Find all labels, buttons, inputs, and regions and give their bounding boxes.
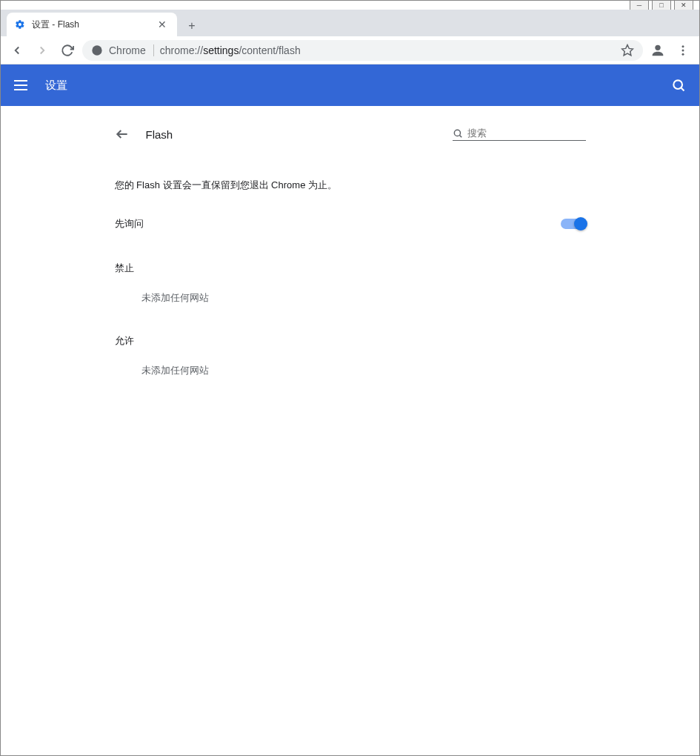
settings-title: 设置	[45, 79, 67, 93]
allow-section-label: 允许	[99, 312, 602, 354]
header-search-icon[interactable]	[671, 78, 686, 93]
site-info-icon[interactable]	[91, 44, 103, 56]
forward-button[interactable]	[32, 40, 53, 61]
svg-line-10	[459, 135, 461, 137]
page-header: Flash	[99, 121, 602, 153]
tab-strip: 设置 - Flash ✕ +	[1, 10, 699, 36]
close-window-button[interactable]: ✕	[674, 0, 693, 10]
settings-header: 设置	[1, 64, 699, 106]
search-input[interactable]	[467, 127, 586, 139]
maximize-button[interactable]: □	[652, 0, 671, 10]
ask-first-toggle[interactable]	[561, 219, 586, 229]
block-section-label: 禁止	[99, 239, 602, 281]
gear-icon	[14, 19, 26, 30]
omnibox-chrome-label: Chrome	[109, 44, 154, 56]
svg-point-3	[682, 45, 684, 47]
profile-avatar-icon[interactable]	[647, 40, 668, 61]
svg-line-7	[681, 88, 684, 91]
flash-notice: 您的 Flash 设置会一直保留到您退出 Chrome 为止。	[99, 153, 602, 208]
inline-search[interactable]	[453, 127, 586, 141]
svg-point-5	[682, 53, 684, 55]
search-icon	[453, 128, 463, 139]
svg-marker-1	[622, 44, 633, 55]
page-title: Flash	[146, 128, 173, 141]
back-arrow-icon[interactable]	[115, 127, 130, 142]
minimize-button[interactable]: ─	[630, 0, 649, 10]
address-bar[interactable]: Chrome chrome://settings/content/flash	[82, 40, 643, 61]
back-button[interactable]	[7, 40, 27, 61]
new-tab-button[interactable]: +	[181, 16, 202, 36]
bookmark-star-icon[interactable]	[621, 44, 634, 57]
close-tab-icon[interactable]: ✕	[155, 17, 170, 32]
content-area: Flash 您的 Flash 设置会一直保留到您退出 Chrome 为止。 先询…	[1, 106, 699, 755]
toggle-knob	[574, 217, 587, 231]
browser-toolbar: Chrome chrome://settings/content/flash	[1, 36, 699, 64]
window-titlebar: ─ □ ✕	[1, 1, 699, 10]
block-empty-message: 未添加任何网站	[99, 281, 602, 312]
svg-point-4	[682, 49, 684, 51]
ask-first-row: 先询问	[99, 208, 602, 239]
settings-card: Flash 您的 Flash 设置会一直保留到您退出 Chrome 为止。 先询…	[99, 106, 602, 755]
reload-button[interactable]	[57, 40, 78, 61]
hamburger-menu-icon[interactable]	[14, 76, 32, 94]
omnibox-url: chrome://settings/content/flash	[160, 44, 615, 56]
ask-first-label: 先询问	[115, 217, 144, 231]
menu-button[interactable]	[673, 40, 693, 61]
svg-point-0	[92, 45, 101, 55]
svg-point-9	[454, 130, 460, 136]
tab-title: 设置 - Flash	[32, 19, 79, 31]
allow-empty-message: 未添加任何网站	[99, 354, 602, 385]
svg-point-6	[673, 80, 682, 89]
browser-tab[interactable]: 设置 - Flash ✕	[7, 13, 177, 36]
svg-point-2	[655, 44, 660, 50]
